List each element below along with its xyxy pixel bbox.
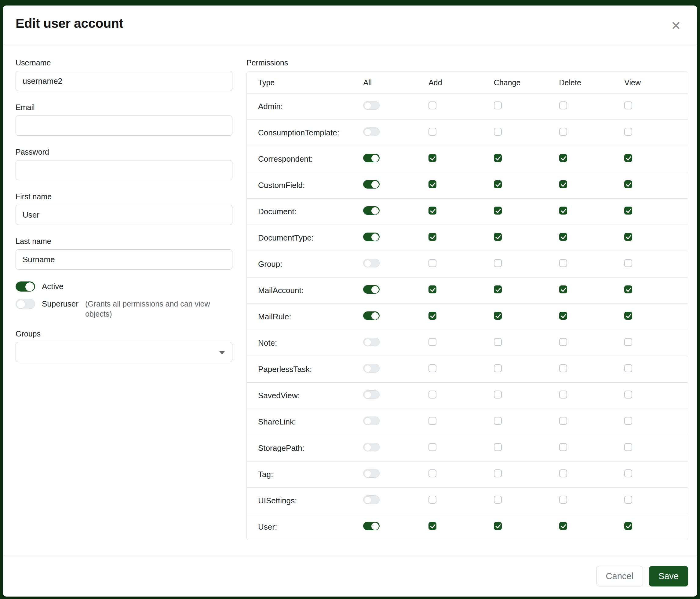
permission-delete-checkbox[interactable] (559, 364, 567, 372)
permission-delete-checkbox[interactable] (559, 443, 567, 451)
permission-all-toggle[interactable] (363, 311, 380, 320)
save-button[interactable]: Save (649, 566, 688, 586)
permission-delete-checkbox[interactable] (559, 522, 567, 530)
username-input[interactable] (16, 71, 232, 91)
permission-delete-checkbox[interactable] (559, 207, 567, 215)
permission-add-checkbox[interactable] (428, 496, 436, 504)
permission-view-checkbox[interactable] (624, 180, 632, 188)
permission-all-toggle[interactable] (363, 233, 380, 241)
permission-change-checkbox[interactable] (494, 285, 502, 293)
permission-view-checkbox[interactable] (624, 390, 632, 399)
permission-add-checkbox[interactable] (428, 180, 436, 188)
permission-delete-checkbox[interactable] (559, 338, 567, 346)
permission-all-toggle[interactable] (363, 496, 380, 504)
permission-add-checkbox[interactable] (428, 207, 436, 215)
permission-change-checkbox[interactable] (494, 233, 502, 241)
permission-change-checkbox[interactable] (494, 180, 502, 188)
permission-view-checkbox[interactable] (624, 443, 632, 451)
permission-change-checkbox[interactable] (494, 338, 502, 346)
active-toggle[interactable] (16, 282, 35, 291)
permission-all-toggle[interactable] (363, 443, 380, 451)
permission-add-checkbox[interactable] (428, 233, 436, 241)
permission-delete-checkbox[interactable] (559, 259, 567, 267)
permission-all-toggle[interactable] (363, 180, 380, 189)
permission-view-checkbox[interactable] (624, 338, 632, 346)
permission-all-toggle[interactable] (363, 522, 380, 530)
permission-view-checkbox[interactable] (624, 285, 632, 293)
permission-row: UISettings: (247, 487, 688, 514)
cancel-button[interactable]: Cancel (597, 566, 643, 586)
permission-change-checkbox[interactable] (494, 443, 502, 451)
permission-all-toggle[interactable] (363, 416, 380, 425)
permission-add-checkbox[interactable] (428, 443, 436, 451)
permission-all-toggle[interactable] (363, 390, 380, 399)
first-name-field[interactable] (16, 205, 232, 225)
permission-view-checkbox[interactable] (624, 522, 632, 530)
permission-add-checkbox[interactable] (428, 417, 436, 425)
permission-view-checkbox[interactable] (624, 364, 632, 372)
permission-delete-checkbox[interactable] (559, 470, 567, 477)
groups-select[interactable] (16, 342, 232, 362)
permission-add-checkbox[interactable] (428, 259, 436, 267)
permission-all-toggle[interactable] (363, 154, 380, 162)
permission-change-checkbox[interactable] (494, 364, 502, 372)
password-group: Password (16, 148, 232, 180)
permission-change-checkbox[interactable] (494, 390, 502, 399)
permission-add-checkbox[interactable] (428, 522, 436, 530)
permission-delete-checkbox[interactable] (559, 390, 567, 399)
permission-delete-checkbox[interactable] (559, 180, 567, 188)
superuser-toggle[interactable] (16, 299, 35, 309)
permission-add-checkbox[interactable] (428, 470, 436, 477)
permission-all-toggle[interactable] (363, 285, 380, 294)
permission-view-checkbox[interactable] (624, 101, 632, 110)
permission-all-toggle[interactable] (363, 206, 380, 215)
close-button[interactable]: ✕ (668, 17, 683, 34)
permission-view-checkbox[interactable] (624, 154, 632, 162)
permission-change-checkbox[interactable] (494, 101, 502, 110)
password-field[interactable] (16, 160, 232, 180)
permission-view-checkbox[interactable] (624, 128, 632, 136)
permission-add-checkbox[interactable] (428, 390, 436, 399)
permission-all-toggle[interactable] (363, 364, 380, 373)
permission-change-checkbox[interactable] (494, 312, 502, 320)
permission-delete-checkbox[interactable] (559, 285, 567, 293)
permission-view-checkbox[interactable] (624, 207, 632, 215)
permission-add-checkbox[interactable] (428, 338, 436, 346)
email-field[interactable] (16, 116, 232, 136)
permission-add-checkbox[interactable] (428, 364, 436, 372)
permission-delete-checkbox[interactable] (559, 417, 567, 425)
permission-row: Tag: (247, 461, 688, 487)
permission-change-checkbox[interactable] (494, 207, 502, 215)
permission-delete-checkbox[interactable] (559, 496, 567, 504)
permission-all-toggle[interactable] (363, 259, 380, 267)
permission-change-checkbox[interactable] (494, 259, 502, 267)
permission-view-checkbox[interactable] (624, 417, 632, 425)
permission-change-checkbox[interactable] (494, 128, 502, 136)
permission-all-toggle[interactable] (363, 101, 380, 110)
permission-view-checkbox[interactable] (624, 259, 632, 267)
permission-delete-checkbox[interactable] (559, 312, 567, 320)
permission-delete-checkbox[interactable] (559, 128, 567, 136)
last-name-field[interactable] (16, 249, 232, 269)
permission-add-checkbox[interactable] (428, 312, 436, 320)
permission-change-checkbox[interactable] (494, 496, 502, 504)
permission-change-checkbox[interactable] (494, 154, 502, 162)
permission-view-checkbox[interactable] (624, 312, 632, 320)
permission-delete-checkbox[interactable] (559, 154, 567, 162)
permission-view-checkbox[interactable] (624, 470, 632, 477)
permission-all-toggle[interactable] (363, 127, 380, 136)
permission-all-toggle[interactable] (363, 469, 380, 478)
permission-view-checkbox[interactable] (624, 233, 632, 241)
permission-add-checkbox[interactable] (428, 285, 436, 293)
permission-add-checkbox[interactable] (428, 101, 436, 110)
permission-add-checkbox[interactable] (428, 154, 436, 162)
permission-delete-checkbox[interactable] (559, 101, 567, 110)
permission-view-checkbox[interactable] (624, 496, 632, 504)
permissions-table-body: Admin: ConsumptionTemplate: Corresponden… (247, 93, 688, 540)
permission-add-checkbox[interactable] (428, 128, 436, 136)
permission-change-checkbox[interactable] (494, 522, 502, 530)
permission-all-toggle[interactable] (363, 338, 380, 346)
permission-delete-checkbox[interactable] (559, 233, 567, 241)
permission-change-checkbox[interactable] (494, 470, 502, 477)
permission-change-checkbox[interactable] (494, 417, 502, 425)
